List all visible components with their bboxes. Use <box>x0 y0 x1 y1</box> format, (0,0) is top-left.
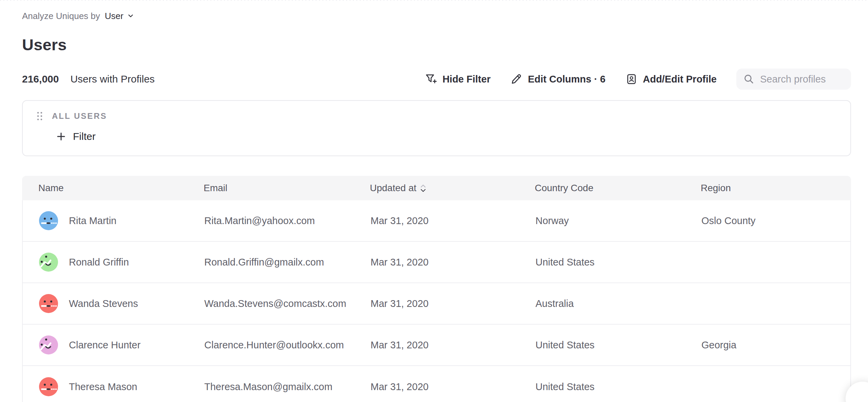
drag-handle-icon[interactable] <box>35 110 44 122</box>
stats-toolbar-row: 216,000 Users with Profiles Hide Filter … <box>22 68 851 90</box>
user-updated-at: Mar 31, 2020 <box>371 381 429 392</box>
column-header-name[interactable]: Name <box>22 183 187 194</box>
user-name: Rita Martin <box>69 215 116 226</box>
table-row[interactable]: Theresa Mason Theresa.Mason@gmailx.com M… <box>23 366 850 402</box>
column-header-updated-at[interactable]: Updated at <box>354 183 518 194</box>
users-table: Name Email Updated at Country Code Regio… <box>22 176 851 402</box>
column-header-label: Email <box>204 183 227 194</box>
user-name: Clarence Hunter <box>69 340 140 351</box>
user-updated-at: Mar 31, 2020 <box>371 257 429 268</box>
profile-count: 216,000 <box>22 73 59 85</box>
user-email: Clarence.Hunter@outlookx.com <box>204 340 344 351</box>
search-icon <box>743 73 755 85</box>
user-avatar <box>39 335 58 354</box>
profile-count-label: Users with Profiles <box>70 73 154 85</box>
column-header-region[interactable]: Region <box>684 183 851 194</box>
table-row[interactable]: Wanda Stevens Wanda.Stevens@comcastx.com… <box>23 283 850 325</box>
user-email: Theresa.Mason@gmailx.com <box>204 381 333 392</box>
chevron-down-icon <box>127 12 134 20</box>
plus-icon <box>56 131 66 142</box>
column-header-label: Updated at <box>370 183 416 194</box>
analyze-uniques-row: Analyze Uniques by User <box>22 10 851 22</box>
edit-columns-label: Edit Columns · 6 <box>528 74 606 85</box>
toolbar: Hide Filter Edit Columns · 6 Add/Edit Pr… <box>425 69 851 90</box>
column-header-email[interactable]: Email <box>187 183 354 194</box>
search-profiles-box[interactable] <box>736 69 851 90</box>
pencil-icon <box>510 73 523 85</box>
hide-filter-label: Hide Filter <box>442 74 491 85</box>
add-filter-button[interactable]: Filter <box>56 131 96 142</box>
user-country-code: Australia <box>535 298 574 309</box>
user-updated-at: Mar 31, 2020 <box>371 298 429 309</box>
user-updated-at: Mar 31, 2020 <box>371 340 429 351</box>
analyze-by-dropdown[interactable]: User <box>105 11 134 21</box>
add-edit-profile-button[interactable]: Add/Edit Profile <box>625 73 717 85</box>
user-avatar <box>39 377 58 396</box>
profile-count-group: 216,000 Users with Profiles <box>22 73 155 85</box>
column-header-label: Region <box>701 183 731 194</box>
analyze-uniques-label: Analyze Uniques by <box>22 11 100 21</box>
add-edit-profile-label: Add/Edit Profile <box>643 74 717 85</box>
column-header-label: Name <box>38 183 64 194</box>
page-title: Users <box>22 35 851 54</box>
table-header-row: Name Email Updated at Country Code Regio… <box>22 176 851 200</box>
add-filter-label: Filter <box>73 131 96 142</box>
user-name: Wanda Stevens <box>69 298 138 309</box>
column-header-country-code[interactable]: Country Code <box>518 183 684 194</box>
column-header-label: Country Code <box>535 183 593 194</box>
user-email: Rita.Martin@yahoox.com <box>204 215 315 226</box>
edit-columns-button[interactable]: Edit Columns · 6 <box>510 73 606 85</box>
filter-plus-icon <box>425 73 437 85</box>
user-avatar <box>39 294 58 313</box>
top-dotted-divider <box>0 0 868 1</box>
filter-group-label: ALL USERS <box>52 111 107 121</box>
user-country-code: United States <box>535 257 595 268</box>
user-avatar <box>39 253 58 272</box>
user-name: Theresa Mason <box>69 381 137 392</box>
users-page: Analyze Uniques by User Users 216,000 Us… <box>0 0 868 402</box>
user-region: Georgia <box>701 340 736 351</box>
profile-card-icon <box>625 73 638 85</box>
hide-filter-button[interactable]: Hide Filter <box>425 73 491 85</box>
user-region: Oslo County <box>701 215 756 226</box>
user-email: Wanda.Stevens@comcastx.com <box>204 298 346 309</box>
sort-icon[interactable] <box>420 184 426 192</box>
table-row[interactable]: Rita Martin Rita.Martin@yahoox.com Mar 3… <box>23 200 850 242</box>
filter-panel: ALL USERS Filter <box>22 100 851 156</box>
user-email: Ronald.Griffin@gmailx.com <box>204 257 324 268</box>
analyze-by-value: User <box>105 11 124 21</box>
user-country-code: United States <box>535 381 595 392</box>
table-row[interactable]: Ronald Griffin Ronald.Griffin@gmailx.com… <box>23 242 850 283</box>
table-row[interactable]: Clarence Hunter Clarence.Hunter@outlookx… <box>23 325 850 366</box>
user-avatar <box>39 211 58 230</box>
user-country-code: United States <box>535 340 595 351</box>
user-country-code: Norway <box>535 215 569 226</box>
user-name: Ronald Griffin <box>69 257 129 268</box>
table-body: Rita Martin Rita.Martin@yahoox.com Mar 3… <box>23 200 850 402</box>
search-profiles-input[interactable] <box>760 74 844 85</box>
filter-group-header: ALL USERS <box>35 110 850 123</box>
user-updated-at: Mar 31, 2020 <box>371 215 429 226</box>
